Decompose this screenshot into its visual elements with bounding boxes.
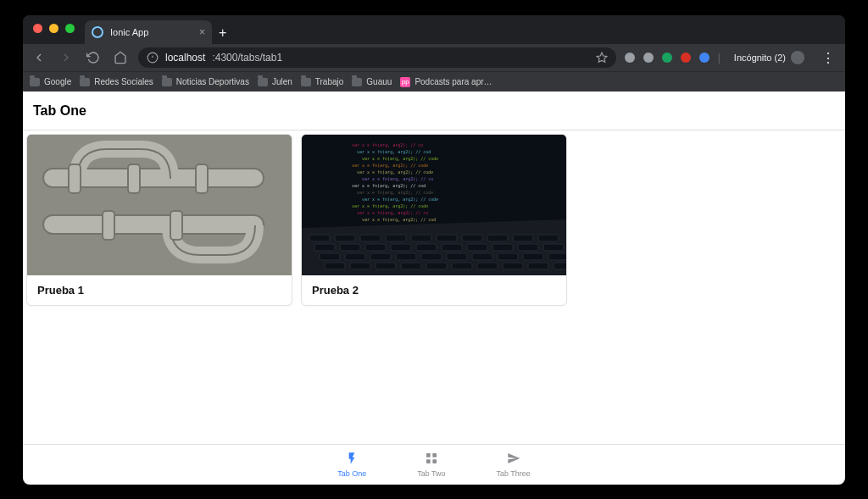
folder-icon [352,78,362,86]
browser-tab[interactable]: Ionic App × [85,20,212,44]
bookmark-label: Redes Sociales [94,77,153,86]
card-title: Prueba 1 [27,275,292,305]
nav-forward-button[interactable] [57,48,75,67]
page-viewport: Tab One Prueba 1var x = fn(arg, arg2); /… [23,91,845,485]
nav-back-button[interactable] [30,48,48,67]
card-title: Prueba 2 [302,275,566,305]
app-header: Tab One [23,91,845,130]
bookmark-label: Podcasts para apr… [415,77,492,86]
bookmark-label: Julen [272,77,292,86]
new-tab-button[interactable]: + [212,25,233,44]
folder-icon [301,78,311,86]
app-content: Prueba 1var x = fn(arg, arg2); // covar … [23,130,845,444]
extension-icon[interactable] [643,53,654,63]
reload-button[interactable] [84,48,103,67]
bookmark-label: Trabajo [315,77,344,86]
close-tab-icon[interactable]: × [199,26,205,38]
bottom-tab-bar: Tab OneTab TwoTab Three [23,444,845,485]
folder-icon [162,78,172,86]
incognito-avatar-icon [791,51,804,64]
url-rest: :4300/tabs/tab1 [212,52,282,64]
incognito-label: Incógnito (2) [734,53,786,63]
bookmark-label: Guauu [366,77,392,86]
bookmark-item[interactable]: Julen [258,77,292,86]
bookmark-item[interactable]: Guauu [352,77,392,86]
send-icon [507,452,520,467]
extension-icon[interactable] [625,53,635,63]
bookmark-item[interactable]: ppPodcasts para apr… [400,77,492,87]
tab-label: Tab Three [497,469,531,478]
svg-rect-13 [27,135,292,275]
site-info-icon [147,52,159,64]
minimize-window-icon[interactable] [49,24,58,33]
maximize-window-icon[interactable] [65,24,75,33]
browser-titlebar: Ionic App × + [23,15,845,44]
extension-icon[interactable] [699,53,709,63]
bookmark-favicon-icon: pp [400,77,410,87]
bookmarks-bar: GoogleRedes SocialesNoticias DeportivasJ… [23,71,845,91]
tab-favicon-icon [92,26,103,38]
extension-icon[interactable] [662,53,672,63]
incognito-indicator[interactable]: Incógnito (2) [729,51,810,64]
bookmark-item[interactable]: Google [30,77,71,86]
content-card[interactable]: Prueba 1 [26,134,292,306]
tab-tab-one[interactable]: Tab One [337,452,366,478]
svg-rect-69 [426,453,431,457]
address-bar[interactable]: localhost:4300/tabs/tab1 [138,47,616,68]
tab-label: Tab One [337,469,366,478]
url-host: localhost [165,52,205,64]
home-button[interactable] [111,48,130,67]
tab-tab-two[interactable]: Tab Two [417,452,445,478]
folder-icon [30,78,40,86]
folder-icon [258,78,268,86]
close-window-icon[interactable] [33,24,42,33]
page-title: Tab One [33,103,86,119]
card-list: Prueba 1var x = fn(arg, arg2); // covar … [26,134,842,306]
browser-menu-button[interactable]: ⋮ [818,50,838,66]
svg-rect-72 [432,459,437,463]
extension-icon[interactable] [681,53,691,63]
svg-rect-68 [302,135,566,275]
svg-marker-3 [597,53,607,62]
tab-tab-three[interactable]: Tab Three [497,452,531,478]
tab-title: Ionic App [110,27,148,37]
content-card[interactable]: var x = fn(arg, arg2); // covar x = fn(a… [301,134,567,306]
bookmark-item[interactable]: Redes Sociales [80,77,153,86]
apps-icon [425,452,438,467]
tab-label: Tab Two [417,469,445,478]
bookmark-item[interactable]: Trabajo [301,77,344,86]
flash-icon [345,452,359,467]
browser-window: Ionic App × + localhost:4300/tabs/tab1 [23,15,845,485]
bookmark-label: Noticias Deportivas [176,77,249,86]
window-controls [23,15,85,40]
bookmark-label: Google [44,77,71,86]
folder-icon [80,78,90,86]
browser-toolbar: localhost:4300/tabs/tab1 | Incógnito (2)… [23,44,845,71]
svg-rect-70 [432,453,437,457]
svg-rect-71 [426,459,431,463]
bookmark-item[interactable]: Noticias Deportivas [162,77,249,86]
bookmark-star-icon[interactable] [596,52,608,64]
